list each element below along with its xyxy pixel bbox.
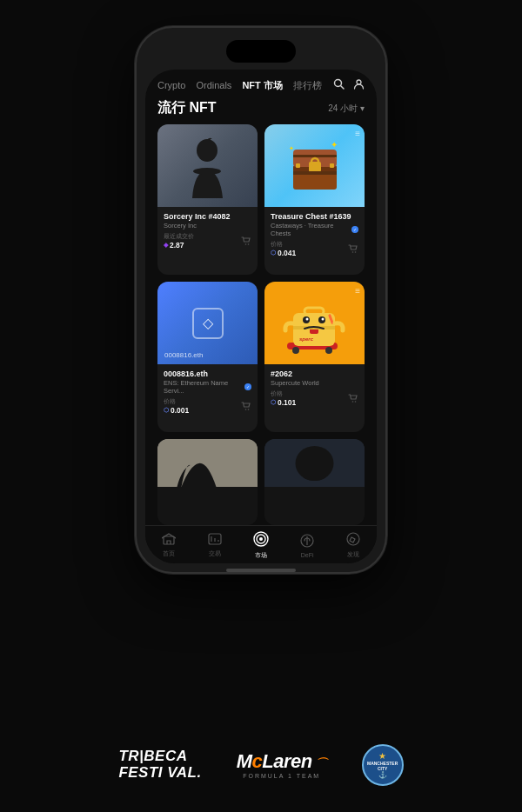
nft-price-left-2: 价格 ⬡ 0.041 <box>271 241 296 257</box>
nav-ordinals[interactable]: Ordinals <box>196 80 231 90</box>
svg-point-4 <box>193 168 221 175</box>
svg-point-41 <box>302 467 328 481</box>
nft-name-2: Treasure Chest #1639 <box>271 212 358 221</box>
nft-price-row-2: 价格 ⬡ 0.041 <box>271 241 358 257</box>
nft-name-1: Sorcery Inc #4082 <box>164 212 251 221</box>
nft-info-4: #2062 Supercute World 价格 ⬡ 0.101 <box>264 364 365 412</box>
nft-price-row-4: 价格 ⬡ 0.101 <box>271 390 358 407</box>
nft-image-container-2: ✦ ✦ · ≡ <box>264 124 365 207</box>
price-label-3: 价格 <box>164 398 189 406</box>
nft-info-5 <box>157 487 258 513</box>
tab-discover-label: 发现 <box>347 550 359 559</box>
tribeca-line1: TR|BECA <box>118 749 201 765</box>
home-icon <box>162 533 176 548</box>
logo-mancity: ★ MANCHESTERCITY ⚓ <box>362 744 404 786</box>
user-icon[interactable] <box>353 78 365 92</box>
nft-name-4: #2062 <box>271 369 358 378</box>
cart-icon-2[interactable] <box>348 244 358 255</box>
nft-card-2[interactable]: ✦ ✦ · ≡ Treasure Chest #1639 Castaways ·… <box>264 124 365 275</box>
nft-price-left-3: 价格 ⬡ 0.001 <box>164 398 189 415</box>
tribeca-line2: FESTI VAL. <box>118 765 201 782</box>
svg-point-25 <box>325 347 332 354</box>
nft-price-row-3: 价格 ⬡ 0.001 <box>164 398 251 415</box>
svg-point-32 <box>305 317 308 320</box>
nav-ranking[interactable]: 排行榜 <box>293 79 322 92</box>
price-value-2: ⬡ 0.041 <box>271 249 296 257</box>
nft-info-3: 0008816.eth ENS: Ethereum Name Servi... … <box>157 364 258 420</box>
mancity-star: ★ <box>378 751 386 761</box>
verified-badge-3: ✓ <box>244 383 251 390</box>
nav-nft-market[interactable]: NFT 市场 <box>242 79 282 92</box>
svg-point-24 <box>292 347 299 354</box>
svg-text:✦: ✦ <box>289 145 294 151</box>
logo-mclaren: McLaren ⌒ FORMULA 1 TEAM <box>237 752 327 779</box>
nft-image-container-3: ◇ 0008816.eth <box>157 282 258 364</box>
dynamic-island <box>226 40 296 63</box>
tab-market-label: 市场 <box>255 551 267 560</box>
nft-collection-2: Castaways · Treasure Chests ✓ <box>271 222 358 237</box>
mclaren-swoosh: ⌒ <box>312 756 327 770</box>
nft-info-6 <box>264 487 365 513</box>
svg-text:sperc: sperc <box>299 336 314 342</box>
mclaren-subtitle: FORMULA 1 TEAM <box>243 773 320 779</box>
nav-crypto[interactable]: Crypto <box>157 80 185 90</box>
svg-point-37 <box>355 401 357 403</box>
price-value-1: ◈ 2.87 <box>164 241 194 250</box>
phone-shell: Crypto Ordinals NFT 市场 排行榜 <box>135 26 387 574</box>
phone-screen: Crypto Ordinals NFT 市场 排行榜 <box>145 70 377 563</box>
tab-trade-label: 交易 <box>209 549 221 558</box>
svg-point-5 <box>245 243 247 245</box>
nft-collection-1: Sorcery Inc <box>164 222 251 230</box>
nft-card-3[interactable]: ◇ 0008816.eth 0008816.eth ENS: Ethereum … <box>157 282 258 432</box>
tab-defi-label: DeFi <box>301 552 314 558</box>
cart-icon-3[interactable] <box>241 402 251 412</box>
nft-image-container-1 <box>157 124 258 207</box>
svg-rect-14 <box>296 163 300 168</box>
nft-card-4[interactable]: sperc ≡ #2062 Supercute World 价格 ⬡ <box>264 282 365 432</box>
tab-defi[interactable]: DeFi <box>284 534 331 558</box>
logo-tribeca: TR|BECA FESTI VAL. <box>118 749 201 781</box>
time-filter[interactable]: 24 小时 ▾ <box>328 103 365 115</box>
tab-discover[interactable]: 发现 <box>331 532 377 559</box>
price-value-4: ⬡ 0.101 <box>271 398 296 407</box>
search-icon[interactable] <box>333 78 345 92</box>
nft-image-treasure: ✦ ✦ · <box>264 124 365 207</box>
menu-dots-2[interactable]: ≡ <box>355 129 360 138</box>
page-wrapper: Crypto Ordinals NFT 市场 排行榜 <box>0 0 522 812</box>
mclaren-name-text: M <box>237 750 252 772</box>
ens-label: 0008816.eth <box>164 351 204 359</box>
cart-icon-1[interactable] <box>241 236 251 247</box>
sol-icon-1: ◈ <box>164 242 168 249</box>
nft-name-3: 0008816.eth <box>164 369 251 378</box>
tab-market[interactable]: 市场 <box>238 531 284 560</box>
section-header: 流行 NFT 24 小时 ▾ <box>145 96 377 124</box>
svg-point-3 <box>197 139 218 162</box>
mancity-emblem: ⚓ <box>378 771 387 779</box>
ens-logo: ◇ <box>192 308 224 339</box>
eth-icon-2: ⬡ <box>271 250 276 256</box>
svg-point-49 <box>259 537 263 541</box>
mancity-badge: ★ MANCHESTERCITY ⚓ <box>362 744 404 786</box>
tab-bar: 首页 交易 <box>145 525 377 563</box>
nft-card-6[interactable] <box>264 439 365 525</box>
defi-icon <box>300 534 314 550</box>
mclaren-rest-text: Laren <box>262 750 311 772</box>
menu-dots-4[interactable]: ≡ <box>355 286 360 296</box>
price-label-4: 价格 <box>271 390 296 398</box>
nft-image-supercute: sperc <box>264 282 365 364</box>
tab-home[interactable]: 首页 <box>145 533 191 558</box>
market-icon <box>253 531 269 549</box>
svg-rect-10 <box>293 155 337 157</box>
mclaren-orange-text: c <box>252 750 263 772</box>
nft-image-5 <box>157 439 258 487</box>
tab-trade[interactable]: 交易 <box>191 533 238 558</box>
svg-point-20 <box>355 251 357 253</box>
svg-point-52 <box>347 533 359 545</box>
top-nav: Crypto Ordinals NFT 市场 排行榜 <box>145 70 377 96</box>
cart-icon-4[interactable] <box>348 394 358 404</box>
nft-info-1: Sorcery Inc #4082 Sorcery Inc 最近成交价 ◈ 2.… <box>157 207 258 255</box>
nft-card-1[interactable]: Sorcery Inc #4082 Sorcery Inc 最近成交价 ◈ 2.… <box>157 124 258 275</box>
nft-card-5[interactable] <box>157 439 258 525</box>
nft-image-container-4: sperc ≡ <box>264 282 365 364</box>
svg-point-6 <box>248 243 250 245</box>
